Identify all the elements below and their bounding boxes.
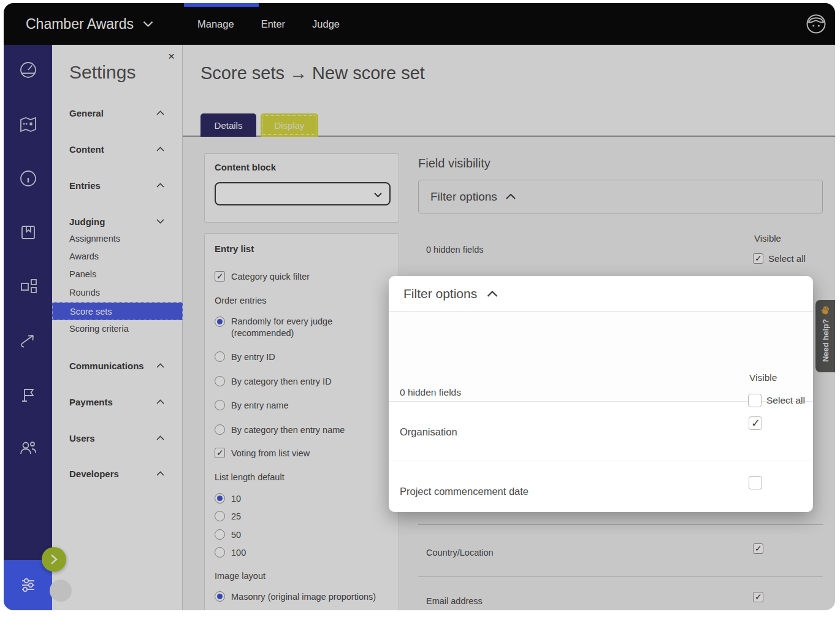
modal-hidden-fields-count: 0 hidden fields: [400, 387, 461, 398]
filter-options-modal: Filter options 0 hidden fields Visible S…: [389, 276, 813, 512]
modal-field-row-label: Organisation: [400, 426, 457, 438]
modal-field-row: Project commencement date: [389, 461, 813, 512]
modal-field-row-checkbox[interactable]: [749, 416, 762, 430]
app-window: Chamber Awards Manage Enter Judge: [4, 3, 835, 610]
modal-field-row-label: Project commencement date: [400, 486, 529, 497]
modal-field-row: Organisation: [389, 402, 813, 461]
modal-filter-options-toggle[interactable]: Filter options: [389, 276, 813, 312]
modal-field-row-checkbox[interactable]: [749, 476, 762, 489]
chevron-up-icon: [487, 291, 498, 297]
modal-summary-section: 0 hidden fields Visible Select all: [389, 312, 813, 402]
modal-visible-column-label: Visible: [749, 372, 777, 383]
modal-title: Filter options: [403, 286, 477, 301]
